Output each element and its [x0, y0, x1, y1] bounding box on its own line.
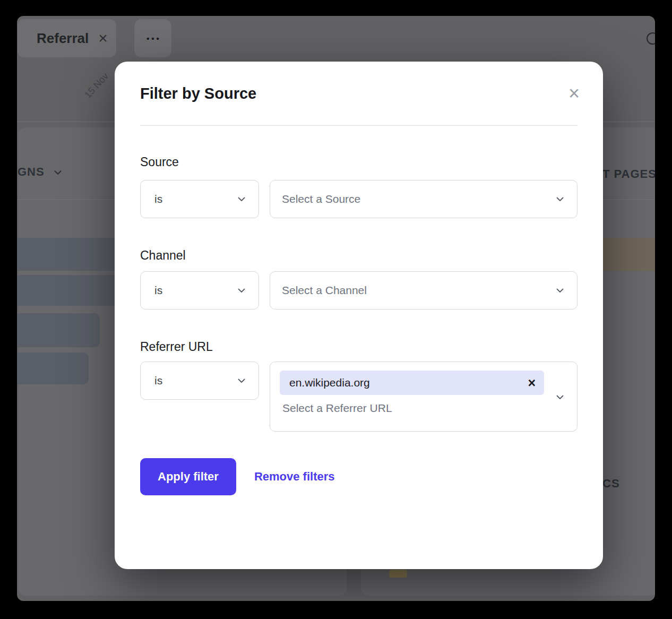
chevron-down-icon	[236, 285, 247, 296]
selected-value-chip: en.wikipedia.org ×	[280, 371, 544, 395]
tab-close-icon[interactable]: ×	[98, 30, 108, 46]
source-operator-value: is	[154, 193, 162, 205]
channel-row: is Select a Channel	[140, 271, 578, 310]
referrer-url-label: Referrer URL	[140, 338, 578, 355]
channel-label: Channel	[140, 247, 578, 264]
tab-referral[interactable]: Referral ×	[18, 19, 116, 57]
campaign-bar	[17, 313, 100, 347]
source-operator-select[interactable]: is	[140, 180, 259, 218]
referrer-operator-value: is	[154, 374, 162, 387]
remove-filters-link[interactable]: Remove filters	[254, 470, 335, 484]
lower-section-header: CS	[602, 477, 620, 491]
chevron-down-icon	[236, 375, 247, 386]
chevron-down-icon	[236, 194, 247, 204]
tab-referral-label: Referral	[37, 30, 89, 47]
apply-filter-button[interactable]: Apply filter	[140, 458, 236, 495]
channel-placeholder: Select a Channel	[282, 284, 367, 297]
campaigns-header-label: GNS	[18, 165, 45, 179]
filter-by-source-dialog: Filter by Source × Source is Select a So…	[115, 62, 603, 569]
channel-value-select[interactable]: Select a Channel	[270, 271, 578, 310]
exit-pages-header-label: T PAGES	[602, 167, 655, 181]
source-placeholder: Select a Source	[282, 193, 360, 205]
referrer-placeholder: Select a Referrer URL	[280, 402, 567, 415]
channel-operator-select[interactable]: is	[140, 271, 259, 310]
campaigns-header[interactable]: GNS	[18, 165, 64, 179]
dialog-divider	[140, 125, 578, 126]
app-window: Referral × ••• 15 Nov GNS T PAGES CS Fil…	[17, 16, 655, 601]
list-item-icon	[389, 570, 407, 578]
channel-operator-value: is	[154, 284, 162, 297]
remove-value-icon[interactable]: ×	[528, 376, 536, 390]
selected-value-text: en.wikipedia.org	[289, 376, 370, 389]
source-value-select[interactable]: Select a Source	[270, 180, 578, 218]
chart-date-label: 15 Nov	[82, 71, 111, 100]
chevron-down-icon	[555, 392, 565, 402]
referrer-url-row: is en.wikipedia.org × Select a Referrer …	[140, 362, 578, 432]
campaign-bar	[17, 353, 89, 384]
exit-pages-header: T PAGES	[602, 167, 655, 181]
dialog-title: Filter by Source	[140, 83, 578, 104]
search-icon[interactable]	[647, 32, 655, 45]
chevron-down-icon	[555, 285, 565, 296]
close-icon[interactable]: ×	[568, 84, 580, 103]
chevron-down-icon	[555, 194, 565, 204]
source-row: is Select a Source	[140, 180, 578, 218]
referrer-value-multiselect[interactable]: en.wikipedia.org × Select a Referrer URL	[270, 362, 578, 432]
chevron-down-icon	[52, 167, 64, 178]
source-label: Source	[140, 153, 578, 170]
dialog-actions: Apply filter Remove filters	[140, 458, 578, 495]
lower-section-header-label: CS	[602, 477, 620, 491]
more-options-button[interactable]: •••	[134, 19, 171, 57]
referrer-operator-select[interactable]: is	[140, 362, 259, 400]
